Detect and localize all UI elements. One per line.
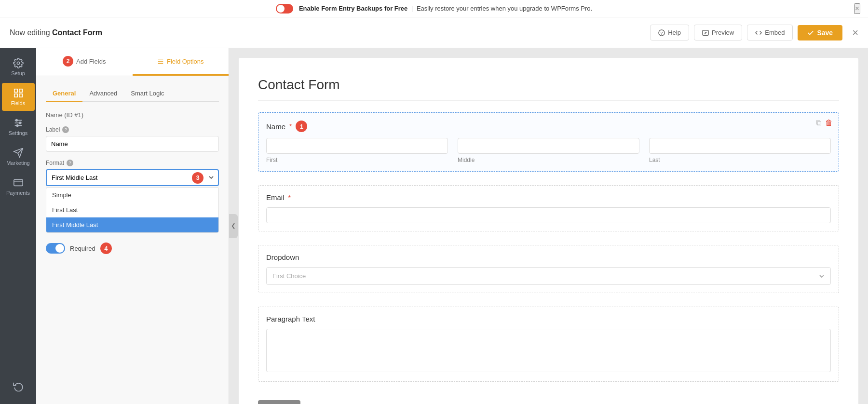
megaphone-icon <box>13 148 24 158</box>
dropdown-preview[interactable]: First Choice <box>266 267 831 285</box>
required-label: Required <box>70 245 95 252</box>
banner-toggle[interactable] <box>276 4 293 13</box>
svg-rect-14 <box>14 180 22 186</box>
name-first-label: First <box>266 157 448 163</box>
svg-rect-5 <box>19 89 22 92</box>
field-section-title: Name (ID #1) <box>46 111 219 119</box>
tab-advanced[interactable]: Advanced <box>82 86 124 102</box>
email-input[interactable] <box>266 207 831 223</box>
preview-button[interactable]: Preview <box>694 25 742 40</box>
format-option-first-last[interactable]: First Last <box>46 202 218 217</box>
name-field-block[interactable]: Name * 1 ⧉ 🗑 First Middle <box>258 112 839 172</box>
embed-icon <box>755 29 762 36</box>
name-first-input[interactable] <box>266 138 448 154</box>
header-bar: Now editing Contact Form ? Help Preview … <box>0 17 868 48</box>
embed-button[interactable]: Embed <box>747 25 793 40</box>
format-field-label: Format ? <box>46 160 219 166</box>
field-section-label: Name (ID #1) <box>46 111 83 119</box>
form-preview: Contact Form Name * 1 ⧉ 🗑 First <box>239 58 858 404</box>
sidebar-settings-label: Settings <box>9 130 28 136</box>
paragraph-field-label: Paragraph Text <box>266 315 315 323</box>
svg-rect-2 <box>703 30 708 35</box>
svg-point-11 <box>15 120 17 121</box>
banner-toggle-label: Enable Form Entry Backups for Free <box>299 5 407 12</box>
sidebar-item-settings[interactable]: Settings <box>2 113 35 141</box>
header-title: Now editing Contact Form <box>10 28 102 37</box>
name-first-col: First <box>266 138 448 163</box>
name-field-label: Name <box>266 122 285 131</box>
embed-label: Embed <box>765 29 785 36</box>
save-button[interactable]: Save <box>798 25 842 40</box>
dropdown-field-block[interactable]: Dropdown First Choice <box>258 245 839 293</box>
sidebar-fields-label: Fields <box>11 100 25 106</box>
add-fields-badge: 2 <box>63 56 73 67</box>
sliders-icon <box>13 118 24 128</box>
format-option-first-middle-last[interactable]: First Middle Last <box>46 217 218 232</box>
name-last-col: Last <box>649 138 831 163</box>
name-fields-row: First Middle Last <box>266 138 831 163</box>
name-label-row: Name * 1 <box>266 121 831 132</box>
help-button[interactable]: ? Help <box>650 25 689 40</box>
tab-field-options[interactable]: Field Options <box>133 48 229 76</box>
name-middle-col: Middle <box>458 138 639 163</box>
svg-rect-6 <box>14 94 17 97</box>
collapse-arrow-icon <box>231 222 236 230</box>
field-options-icon <box>157 58 164 65</box>
sidebar-item-marketing[interactable]: Marketing <box>2 143 35 171</box>
email-field-block[interactable]: Email * <box>258 185 839 231</box>
paragraph-textarea[interactable] <box>266 329 831 372</box>
left-panel: 2 Add Fields Field Options General Advan… <box>36 48 229 404</box>
format-help-icon[interactable]: ? <box>67 160 73 166</box>
help-label: Help <box>668 29 681 36</box>
dropdown-placeholder: First Choice <box>272 272 306 280</box>
name-last-label: Last <box>649 157 831 163</box>
banner-description: Easily restore your entries when you upg… <box>417 5 592 12</box>
name-delete-button[interactable]: 🗑 <box>825 119 833 127</box>
editing-prefix: Now editing <box>10 28 50 37</box>
required-badge: 4 <box>100 242 112 254</box>
sidebar-payments-label: Payments <box>6 190 30 196</box>
email-label-row: Email * <box>266 193 831 202</box>
label-input[interactable] <box>46 136 219 152</box>
svg-rect-4 <box>14 89 17 92</box>
collapse-handle[interactable] <box>229 214 238 238</box>
required-row: Required 4 <box>46 242 219 254</box>
format-text: Format <box>46 160 64 166</box>
format-option-simple[interactable]: Simple <box>46 188 218 202</box>
svg-text:?: ? <box>661 30 663 35</box>
paragraph-field-block[interactable]: Paragraph Text <box>258 307 839 382</box>
name-middle-label: Middle <box>458 157 639 163</box>
sidebar-item-payments[interactable]: Payments <box>2 173 35 201</box>
name-field-actions: ⧉ 🗑 <box>816 119 833 127</box>
label-help-icon[interactable]: ? <box>62 126 69 133</box>
gear-icon <box>13 58 24 68</box>
name-last-input[interactable] <box>649 138 831 154</box>
sidebar-item-history[interactable] <box>2 376 35 396</box>
banner-close-button[interactable]: × <box>854 3 860 14</box>
sidebar-marketing-label: Marketing <box>6 160 29 166</box>
format-dropdown-options: Simple First Last First Middle Last <box>46 187 219 233</box>
dropdown-label-row: Dropdown <box>266 253 831 261</box>
svg-point-3 <box>17 62 20 65</box>
required-toggle[interactable] <box>46 243 65 254</box>
save-check-icon <box>807 29 814 36</box>
submit-button[interactable]: Submit <box>258 400 300 404</box>
svg-point-12 <box>19 122 21 124</box>
card-icon <box>13 177 24 188</box>
name-middle-input[interactable] <box>458 138 639 154</box>
smart-logic-tab-label: Smart Logic <box>131 90 164 97</box>
right-panel: Contact Form Name * 1 ⧉ 🗑 First <box>229 48 868 404</box>
format-select-wrapper: 3 <box>46 169 219 186</box>
sidebar-setup-label: Setup <box>11 70 25 76</box>
top-banner: Enable Form Entry Backups for Free | Eas… <box>0 0 868 17</box>
close-editor-button[interactable]: × <box>852 27 858 39</box>
format-field-group: Format ? 3 Simple First Last <box>46 160 219 233</box>
sidebar-item-setup[interactable]: Setup <box>2 53 35 81</box>
tab-smart-logic[interactable]: Smart Logic <box>124 86 171 102</box>
name-copy-button[interactable]: ⧉ <box>816 119 821 127</box>
main-layout: Setup Fields Settings Marketing Payments… <box>0 48 868 404</box>
tab-add-fields[interactable]: 2 Add Fields <box>36 48 133 76</box>
sidebar-item-fields[interactable]: Fields <box>2 83 35 111</box>
tab-general[interactable]: General <box>46 86 82 102</box>
help-icon: ? <box>658 29 665 36</box>
